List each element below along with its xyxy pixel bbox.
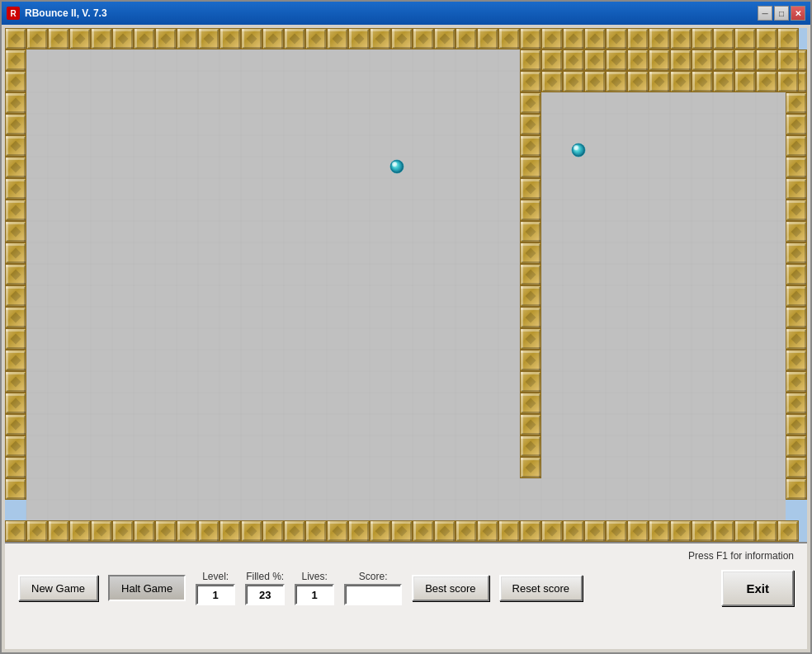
lives-label: Lives: — [301, 571, 327, 582]
filled-value: 23 — [245, 584, 285, 605]
game-area[interactable] — [5, 28, 807, 542]
lives-group: Lives: 1 — [295, 571, 334, 605]
score-value — [344, 584, 402, 605]
best-score-button[interactable]: Best score — [412, 575, 489, 601]
score-label: Score: — [359, 571, 388, 582]
close-button[interactable]: ✕ — [791, 6, 805, 21]
score-group: Score: — [344, 571, 402, 605]
title-bar: R RBounce II, V. 7.3 ─ □ ✕ — [2, 2, 810, 25]
title-bar-buttons: ─ □ ✕ — [758, 6, 805, 21]
reset-score-button[interactable]: Reset score — [499, 575, 583, 601]
filled-label: Filled %: — [246, 571, 284, 582]
exit-button[interactable]: Exit — [721, 570, 794, 606]
level-group: Level: 1 — [196, 571, 235, 605]
game-canvas — [5, 28, 807, 542]
lives-value: 1 — [295, 584, 334, 605]
halt-game-button[interactable]: Halt Game — [108, 575, 186, 601]
window-body: Press F1 for information New Game Halt G… — [2, 25, 810, 652]
controls-row: New Game Halt Game Level: 1 Filled %: 23… — [12, 567, 800, 609]
window-title: RBounce II, V. 7.3 — [25, 7, 758, 19]
minimize-button[interactable]: ─ — [758, 6, 772, 21]
bottom-panel: Press F1 for information New Game Halt G… — [5, 542, 807, 649]
level-label: Level: — [202, 571, 229, 582]
app-icon: R — [7, 7, 20, 20]
new-game-button[interactable]: New Game — [18, 575, 98, 601]
maximize-button[interactable]: □ — [774, 6, 789, 21]
level-value: 1 — [196, 584, 235, 605]
main-window: R RBounce II, V. 7.3 ─ □ ✕ Press F1 for … — [0, 0, 812, 654]
filled-group: Filled %: 23 — [245, 571, 285, 605]
info-text: Press F1 for information — [12, 547, 800, 567]
